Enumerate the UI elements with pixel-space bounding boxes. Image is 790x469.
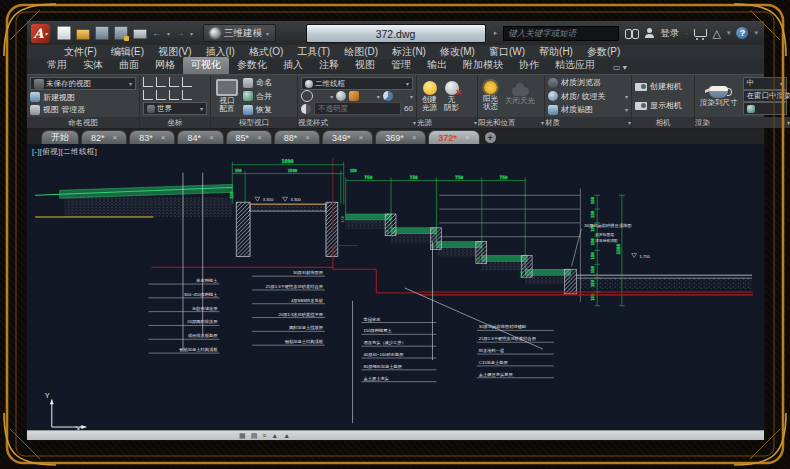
app-menu-button[interactable]: A▾ <box>31 24 50 43</box>
viewport-named-button[interactable]: 命名 <box>243 77 272 88</box>
ribbon-tab-home[interactable]: 常用 <box>39 57 75 74</box>
render-to-size-button[interactable]: 渲染到尺寸 <box>698 77 740 115</box>
materials-texture-toggle[interactable]: 材质/ 纹理关▾ <box>548 91 628 102</box>
search-input[interactable] <box>503 26 619 41</box>
ucs-origin-icon[interactable] <box>143 90 153 100</box>
ucs-world-icon[interactable] <box>156 77 166 87</box>
no-shadow-button[interactable]: 无阴影 <box>442 77 461 115</box>
ribbon-tab-parametric[interactable]: 参数化 <box>229 57 275 74</box>
ribbon-tab-manage[interactable]: 管理 <box>383 57 419 74</box>
render-target-dropdown[interactable]: 在窗口中渲染 <box>743 90 788 103</box>
user-icon[interactable] <box>645 28 654 38</box>
workspace-switcher[interactable]: 三维建模 ▾ <box>203 24 276 42</box>
sky-off-button[interactable]: 关闭天光 <box>503 77 537 115</box>
panel-label-named-views[interactable]: 命名视图 <box>27 117 139 128</box>
close-icon[interactable]: × <box>257 133 262 142</box>
ucs-icon[interactable] <box>143 77 153 87</box>
viewport-join-button[interactable]: 合并 <box>243 91 272 102</box>
file-tab-88[interactable]: 88*× <box>274 130 320 144</box>
close-icon[interactable]: × <box>412 133 417 142</box>
ucs-3point-icon[interactable] <box>169 90 179 100</box>
file-tab-84[interactable]: 84*× <box>177 130 223 144</box>
create-light-button[interactable]: 创建光源 <box>420 77 439 115</box>
chevron-down-icon[interactable]: ▾ <box>330 93 333 100</box>
render-quality-field[interactable] <box>743 102 788 115</box>
view-dropdown[interactable]: 未保存的视图 ▾ <box>30 77 136 90</box>
file-tab-82[interactable]: 82*× <box>81 130 127 144</box>
redo-icon[interactable]: → <box>175 28 185 38</box>
drawing-canvas[interactable]: [-][俯视][二维线框] <box>27 144 764 430</box>
show-camera-button[interactable]: 显示相机 <box>635 100 691 111</box>
close-icon[interactable]: × <box>209 133 214 142</box>
grid-snap-icon[interactable]: ▲ <box>271 432 278 439</box>
visual-style-dropdown[interactable]: 二维线框 ▾ <box>301 77 413 90</box>
chevron-down-icon[interactable]: ▾ <box>754 29 758 37</box>
ucs-z-axis-icon[interactable] <box>156 90 166 100</box>
ribbon-tab-mesh[interactable]: 网格 <box>147 57 183 74</box>
render-preset-dropdown[interactable]: 中▾ <box>743 77 788 90</box>
view-manager-button[interactable]: 视图 管理器 <box>30 104 136 115</box>
exchange-apps-icon[interactable]: △ <box>713 28 721 39</box>
panel-label-coordinates[interactable]: 坐标 <box>140 117 210 128</box>
open-file-icon[interactable] <box>76 29 90 40</box>
ribbon-tab-surface[interactable]: 曲面 <box>111 57 147 74</box>
layout-icon[interactable]: ▤ <box>251 432 258 439</box>
redo-dropdown-caret-icon[interactable]: ▾ <box>190 30 193 37</box>
help-icon[interactable]: ? <box>736 27 748 39</box>
close-icon[interactable]: × <box>161 133 166 142</box>
panel-label-render[interactable]: 渲染▾ <box>695 117 790 128</box>
file-tab-start[interactable]: 开始 <box>41 130 79 144</box>
plot-icon[interactable] <box>133 29 147 39</box>
search-icon[interactable] <box>625 29 639 38</box>
ucs-object-icon[interactable] <box>182 77 192 87</box>
ucs-named-icon[interactable] <box>182 90 192 100</box>
panel-label-lights[interactable]: 光源▾ <box>417 117 477 128</box>
panel-label-materials[interactable]: 材质▾ <box>545 117 631 128</box>
close-icon[interactable]: × <box>465 133 470 142</box>
panel-label-camera[interactable]: 相机 <box>632 117 694 128</box>
new-file-icon[interactable] <box>57 26 71 40</box>
new-drawing-tab-button[interactable]: + <box>485 132 496 143</box>
viewport-configuration-button[interactable]: 视口配置 <box>214 77 240 115</box>
viewport-controls-label[interactable]: [-][俯视][二维线框] <box>32 147 97 157</box>
ribbon-tab-featured-apps[interactable]: 精选应用 <box>547 57 603 74</box>
file-tab-372-active[interactable]: 372*× <box>428 130 479 144</box>
file-tab-85[interactable]: 85*× <box>226 130 272 144</box>
ribbon-tab-collaborate[interactable]: 协作 <box>511 57 547 74</box>
ribbon-tab-annotate[interactable]: 注释 <box>311 57 347 74</box>
panel-label-visual-styles[interactable]: 视觉样式▾ <box>298 117 416 128</box>
new-view-button[interactable]: 新建视图 <box>30 92 136 103</box>
list-icon[interactable]: ≡ <box>262 432 266 439</box>
store-cart-icon[interactable] <box>694 29 707 37</box>
search-expand-icon[interactable]: ▸ <box>494 29 498 37</box>
ribbon-tab-insert[interactable]: 插入 <box>275 57 311 74</box>
opacity-icon[interactable] <box>301 104 311 114</box>
ribbon-tab-solid[interactable]: 实体 <box>75 57 111 74</box>
file-tab-349[interactable]: 349*× <box>322 130 373 144</box>
file-tab-83[interactable]: 83*× <box>129 130 175 144</box>
ucs-dropdown[interactable]: 世界 ▾ <box>143 102 207 115</box>
materials-browser-button[interactable]: 材质浏览器 <box>548 77 628 88</box>
undo-icon[interactable]: ← <box>152 28 162 38</box>
ribbon-tab-addins[interactable]: 附加模块 <box>455 57 511 74</box>
sun-status-button[interactable]: 阳光状态 <box>481 77 500 115</box>
panel-label-sun[interactable]: 阳光和位置▾ <box>478 117 544 128</box>
undo-dropdown-caret-icon[interactable]: ▾ <box>167 30 170 37</box>
xray-style-icon[interactable] <box>383 91 393 101</box>
ribbon-tab-view[interactable]: 视图 <box>347 57 383 74</box>
ribbon-tab-output[interactable]: 输出 <box>419 57 455 74</box>
shaded-style-icon[interactable] <box>336 91 346 101</box>
close-icon[interactable]: × <box>358 133 363 142</box>
save-icon[interactable] <box>95 26 109 40</box>
materials-mapping-button[interactable]: 材质贴图▾ <box>548 104 628 115</box>
ribbon-collapse-button[interactable]: ▭ ▾ <box>613 63 627 74</box>
model-space-icon[interactable]: ▦ <box>239 432 246 439</box>
file-tab-369[interactable]: 369*× <box>375 130 426 144</box>
panel-label-viewports[interactable]: 模型视口 <box>211 117 297 128</box>
ortho-icon[interactable]: ▲ <box>283 432 290 439</box>
create-camera-button[interactable]: 创建相机 <box>635 81 691 92</box>
viewport-restore-button[interactable]: 恢复 <box>243 104 272 115</box>
chevron-down-icon[interactable]: ▾ <box>377 93 380 100</box>
ribbon-tab-visualize[interactable]: 可视化 <box>183 57 229 74</box>
ucs-previous-icon[interactable] <box>169 77 179 87</box>
